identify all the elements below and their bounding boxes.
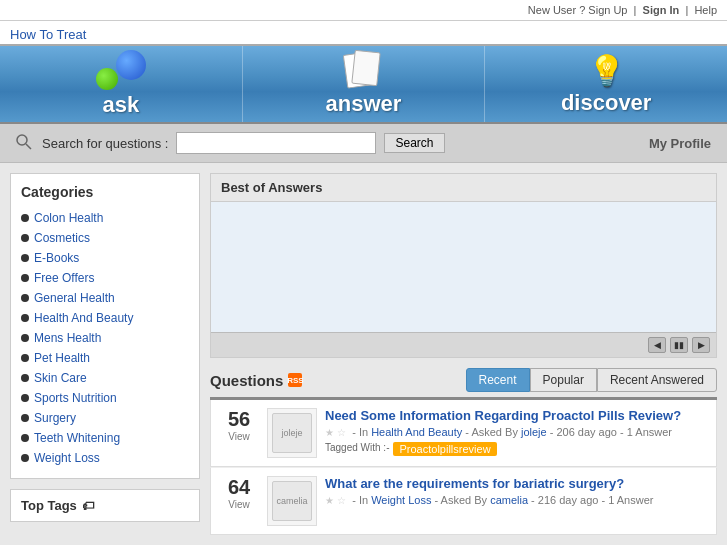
help-link[interactable]: Help (694, 4, 717, 16)
bulb-icon: 💡 (588, 53, 625, 88)
star1-icon: ★ (325, 495, 334, 506)
top-tags-panel: Top Tags 🏷 (10, 489, 200, 522)
dot-icon (21, 254, 29, 262)
tag-label-text: Tagged With :- (325, 442, 389, 456)
search-icon (16, 134, 34, 152)
ask-label: ask (102, 92, 139, 118)
tab-recent-answered[interactable]: Recent Answered (597, 368, 717, 392)
q-info: Need Some Information Regarding Proactol… (325, 408, 708, 456)
search-input[interactable] (176, 132, 376, 154)
content-area: Best of Answers ◀ ▮▮ ▶ Questions RSS Rec… (210, 173, 717, 535)
sidebar-item-sports-nutrition[interactable]: Sports Nutrition (21, 388, 189, 408)
vote-label: View (219, 431, 259, 442)
sidebar-item-e-books[interactable]: E-Books (21, 248, 189, 268)
dot-icon (21, 214, 29, 222)
answer-label: answer (326, 91, 402, 117)
answer-icon (345, 51, 383, 89)
ask-nav[interactable]: ask (0, 46, 242, 122)
dot-icon (21, 394, 29, 402)
sidebar-item-weight-loss[interactable]: Weight Loss (21, 448, 189, 468)
tag-icon: 🏷 (82, 499, 94, 513)
sidebar-item-pet-health[interactable]: Pet Health (21, 348, 189, 368)
discover-label: discover (561, 90, 652, 116)
sidebar-item-mens-health[interactable]: Mens Health (21, 328, 189, 348)
q-tags: Tagged With :- Proactolpillsreview (325, 442, 708, 456)
rss-icon[interactable]: RSS (288, 373, 302, 387)
tab-group: Recent Popular Recent Answered (466, 368, 717, 392)
search-label: Search for questions : (42, 136, 168, 151)
bubble-green-icon (96, 68, 118, 90)
q-author-link[interactable]: camelia (490, 494, 528, 506)
thumb-text: joleje (281, 428, 302, 438)
sidebar-item-surgery[interactable]: Surgery (21, 408, 189, 428)
dot-icon (21, 374, 29, 382)
search-button[interactable]: Search (384, 133, 444, 153)
sidebar-item-skin-care[interactable]: Skin Care (21, 368, 189, 388)
sidebar-item-teeth-whitening[interactable]: Teeth Whitening (21, 428, 189, 448)
q-thumb: camelia (267, 476, 317, 526)
dot-icon (21, 334, 29, 342)
categories-panel: Categories Colon HealthCosmeticsE-BooksF… (10, 173, 200, 479)
q-author-link[interactable]: joleje (521, 426, 547, 438)
top-tags-header: Top Tags 🏷 (21, 498, 189, 513)
q-title[interactable]: Need Some Information Regarding Proactol… (325, 408, 708, 423)
my-profile-link[interactable]: My Profile (649, 136, 711, 151)
questions-title: Questions RSS (210, 372, 302, 389)
tab-popular[interactable]: Popular (530, 368, 597, 392)
sign-in-link[interactable]: Sign In (643, 4, 680, 16)
bubble-blue-icon (116, 50, 146, 80)
prev-btn[interactable]: ◀ (648, 337, 666, 353)
pause-btn[interactable]: ▮▮ (670, 337, 688, 353)
sidebar-item-free-offers[interactable]: Free Offers (21, 268, 189, 288)
dot-icon (21, 294, 29, 302)
q-info: What are the requirements for bariatric … (325, 476, 708, 510)
svg-point-0 (17, 135, 27, 145)
best-answers-box: Best of Answers ◀ ▮▮ ▶ (210, 173, 717, 358)
best-answers-content (211, 202, 716, 332)
thumb-image: camelia (272, 481, 312, 521)
q-category-link[interactable]: Weight Loss (371, 494, 431, 506)
vote-number: 64 (219, 476, 259, 499)
vote-number: 56 (219, 408, 259, 431)
dot-icon (21, 314, 29, 322)
search-left: Search for questions : Search (16, 132, 445, 154)
nav-banner: ask answer 💡 discover (0, 44, 727, 124)
sidebar-item-colon-health[interactable]: Colon Health (21, 208, 189, 228)
q-thumb: joleje (267, 408, 317, 458)
card2-icon (351, 50, 380, 87)
tab-recent[interactable]: Recent (466, 368, 530, 392)
dot-icon (21, 354, 29, 362)
discover-nav[interactable]: 💡 discover (484, 46, 727, 122)
site-header: How To Treat (0, 21, 727, 44)
best-answers-controls: ◀ ▮▮ ▶ (211, 332, 716, 357)
questions-label: Questions (210, 372, 283, 389)
best-answers-header: Best of Answers (211, 174, 716, 202)
sidebar-item-cosmetics[interactable]: Cosmetics (21, 228, 189, 248)
ask-icon (96, 50, 146, 90)
separator1: | (634, 4, 637, 16)
q-title[interactable]: What are the requirements for bariatric … (325, 476, 708, 491)
star1-icon: ★ (325, 427, 334, 438)
answer-nav[interactable]: answer (242, 46, 485, 122)
sidebar-item-health-and-beauty[interactable]: Health And Beauty (21, 308, 189, 328)
sidebar: Categories Colon HealthCosmeticsE-BooksF… (10, 173, 200, 535)
vote-count: 64 View (219, 476, 259, 510)
tag-value[interactable]: Proactolpillsreview (393, 442, 496, 456)
q-category-link[interactable]: Health And Beauty (371, 426, 462, 438)
sign-in-label: Sign In (643, 4, 680, 16)
next-btn[interactable]: ▶ (692, 337, 710, 353)
dot-icon (21, 434, 29, 442)
star2-icon: ☆ (337, 427, 346, 438)
dot-icon (21, 274, 29, 282)
question-item-0: 56 View joleje Need Some Information Reg… (210, 400, 717, 467)
q-meta: ★ ☆ - In Weight Loss - Asked By camelia … (325, 494, 708, 506)
brand-link[interactable]: How To Treat (10, 27, 86, 42)
top-tags-title: Top Tags (21, 498, 77, 513)
dot-icon (21, 234, 29, 242)
q-meta: ★ ☆ - In Health And Beauty - Asked By jo… (325, 426, 708, 438)
questions-section-header: Questions RSS Recent Popular Recent Answ… (210, 368, 717, 392)
sidebar-item-general-health[interactable]: General Health (21, 288, 189, 308)
new-user-text: New User ? Sign Up (528, 4, 628, 16)
thumb-text: camelia (276, 496, 307, 506)
question-item-1: 64 View camelia What are the requirement… (210, 467, 717, 535)
